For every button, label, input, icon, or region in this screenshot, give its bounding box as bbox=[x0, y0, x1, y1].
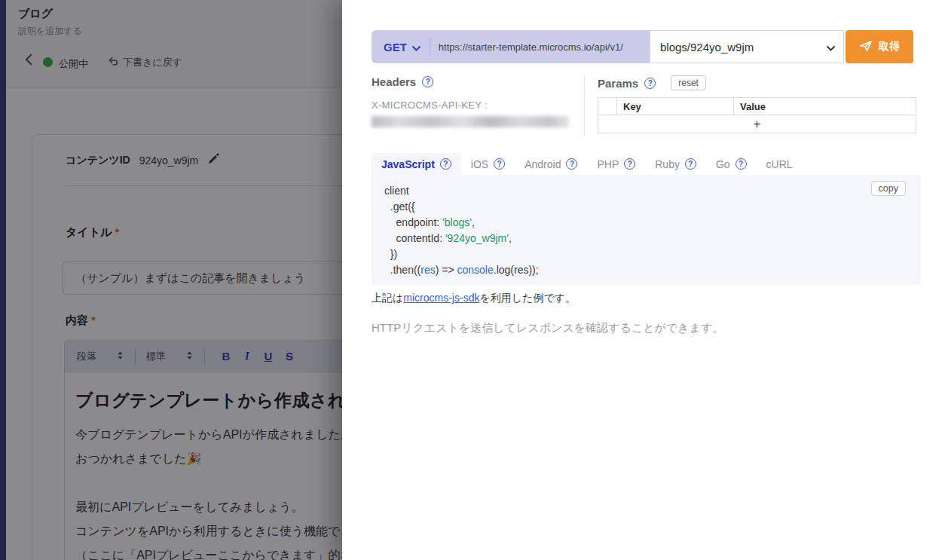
reset-button[interactable]: reset bbox=[671, 75, 706, 90]
tab-android[interactable]: Android? bbox=[515, 153, 587, 175]
chevron-down-icon bbox=[412, 41, 421, 54]
params-table: Key Value + bbox=[598, 97, 916, 133]
sdk-note-prefix: 上記は bbox=[372, 292, 403, 304]
chevron-down-icon bbox=[827, 41, 835, 54]
tab-javascript[interactable]: JavaScript? bbox=[372, 153, 461, 175]
help-icon[interactable]: ? bbox=[624, 158, 635, 170]
add-param-button[interactable]: + bbox=[598, 115, 916, 133]
method-url-segment: GET https://starter-template.microcms.io… bbox=[372, 30, 650, 63]
code-line: contentId: '924yo_w9jm', bbox=[384, 231, 921, 246]
request-bar: GET https://starter-template.microcms.io… bbox=[372, 30, 913, 63]
send-icon bbox=[859, 40, 873, 54]
params-value-header: Value bbox=[734, 101, 916, 112]
tab-label: Ruby bbox=[655, 158, 680, 170]
http-request-note: HTTPリクエストを送信してレスポンスを確認することができます。 bbox=[372, 321, 723, 335]
params-table-header: Key Value bbox=[598, 98, 916, 115]
tab-label: Android bbox=[524, 158, 561, 170]
fetch-button[interactable]: 取得 bbox=[846, 30, 913, 63]
help-icon[interactable]: ? bbox=[685, 158, 696, 170]
code-line: client bbox=[384, 183, 921, 199]
tab-go[interactable]: Go? bbox=[706, 153, 757, 175]
code-line: .get({ bbox=[384, 199, 921, 215]
fetch-button-label: 取得 bbox=[879, 40, 900, 54]
params-section-title: Params bbox=[598, 77, 638, 90]
headers-section: Headers ? X-MICROCMS-API-KEY : bbox=[372, 75, 585, 136]
help-icon[interactable]: ? bbox=[422, 76, 433, 87]
api-preview-panel: GET https://starter-template.microcms.io… bbox=[342, 0, 945, 560]
code-line: }) bbox=[384, 246, 921, 262]
tab-label: iOS bbox=[471, 158, 488, 170]
tab-curl[interactable]: cURL bbox=[757, 153, 803, 175]
tab-label: JavaScript bbox=[381, 158, 435, 170]
tab-label: cURL bbox=[766, 158, 793, 170]
api-key-label: X-MICROCMS-API-KEY : bbox=[372, 99, 584, 111]
code-line: endpoint: 'blogs', bbox=[384, 215, 921, 231]
http-method-value: GET bbox=[384, 41, 407, 54]
params-key-header: Key bbox=[617, 98, 734, 115]
modal-overlay[interactable] bbox=[0, 0, 342, 560]
tab-label: Go bbox=[716, 158, 730, 170]
sdk-link[interactable]: microcms-js-sdk bbox=[403, 292, 479, 304]
code-line: .then((res) => console.log(res)); bbox=[384, 262, 921, 278]
endpoint-value: blogs/924yo_w9jm bbox=[660, 41, 754, 54]
api-key-value-redacted bbox=[372, 116, 569, 127]
help-icon[interactable]: ? bbox=[494, 158, 505, 170]
headers-section-title: Headers bbox=[372, 75, 416, 88]
sdk-note: 上記はmicrocms-js-sdkを利用した例です。 bbox=[372, 292, 576, 305]
help-icon[interactable]: ? bbox=[566, 158, 577, 170]
base-url: https://starter-template.microcms.io/api… bbox=[430, 41, 623, 53]
code-snippet-block: client .get({ endpoint: 'blogs', content… bbox=[372, 175, 921, 285]
help-icon[interactable]: ? bbox=[736, 158, 747, 170]
code-lines: client .get({ endpoint: 'blogs', content… bbox=[384, 183, 921, 278]
tab-ios[interactable]: iOS? bbox=[461, 153, 515, 175]
help-icon[interactable]: ? bbox=[644, 78, 656, 89]
code-tabs: JavaScript?iOS?Android?PHP?Ruby?Go?cURL bbox=[372, 153, 803, 175]
tab-php[interactable]: PHP? bbox=[587, 153, 645, 175]
copy-button[interactable]: copy bbox=[871, 181, 906, 196]
http-method-select[interactable]: GET bbox=[372, 41, 430, 54]
params-row-handle-column bbox=[598, 98, 617, 115]
tab-label: PHP bbox=[597, 158, 619, 170]
endpoint-combobox[interactable]: blogs/924yo_w9jm bbox=[650, 30, 844, 63]
params-section: Params ? reset Key Value + bbox=[585, 75, 916, 136]
help-icon[interactable]: ? bbox=[440, 158, 451, 170]
tab-ruby[interactable]: Ruby? bbox=[645, 153, 706, 175]
sdk-note-suffix: を利用した例です。 bbox=[479, 292, 576, 304]
